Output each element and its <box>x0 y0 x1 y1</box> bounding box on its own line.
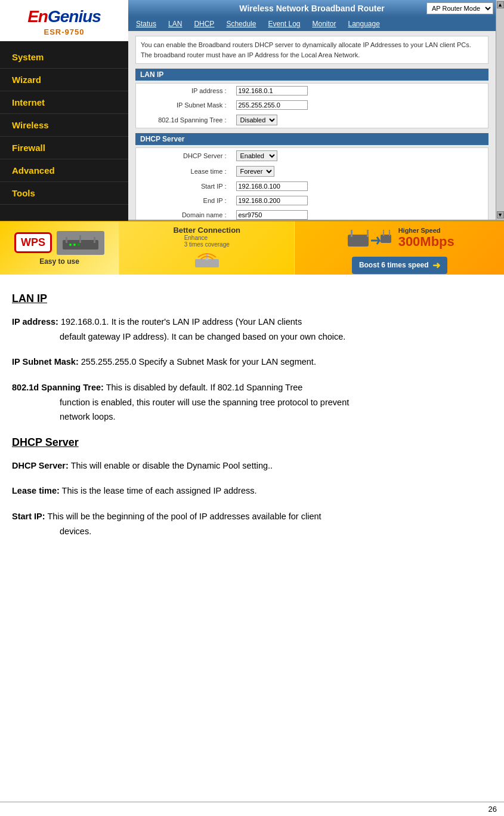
scrollbar-down[interactable]: ▼ <box>497 211 504 218</box>
lease-time-cell: Forever <box>231 164 488 179</box>
banner-wps-section: WPS Easy to use <box>0 221 119 275</box>
router-main: You can enable the Broadband routers DHC… <box>128 31 496 220</box>
router-nav-dhcp[interactable]: DHCP <box>188 18 219 30</box>
logo-genius: Genius <box>48 7 101 26</box>
svg-point-6 <box>78 244 80 246</box>
svg-rect-2 <box>94 237 95 243</box>
start-ip-doc-para: Start IP: This will be the beginning of … <box>12 509 480 538</box>
domain-name-cell <box>231 208 488 220</box>
sidebar-item-tools[interactable]: Tools <box>0 182 128 205</box>
router-nav-lan[interactable]: LAN <box>163 18 187 30</box>
router-info-box: You can enable the Broadband routers DHC… <box>135 36 488 64</box>
subnet-mask-term: IP Subnet Mask: <box>12 357 79 367</box>
dhcp-section-header: DHCP Server <box>135 133 488 145</box>
router-nav-eventlog[interactable]: Event Log <box>262 18 305 30</box>
spanning-tree-term: 802.1d Spanning Tree: <box>12 383 104 392</box>
domain-name-input[interactable] <box>236 210 308 220</box>
start-ip-label: Start IP : <box>136 179 231 193</box>
router-nav-language[interactable]: Language <box>343 18 385 30</box>
ip-address-label: IP address : <box>136 84 231 98</box>
lease-time-text: This is the lease time of each assigned … <box>62 486 257 495</box>
sidebar-item-system[interactable]: System <box>0 46 128 69</box>
spanning-tree-select[interactable]: Disabled Enabled <box>236 115 277 125</box>
router-device-image <box>57 231 104 255</box>
start-ip-input[interactable] <box>236 181 308 191</box>
banner-speed-section: Higher Speed 300Mbps Boost 6 times speed… <box>295 221 504 275</box>
router-right-panel: Wireless Network Broadband Router AP Rou… <box>128 0 504 220</box>
router-connection-svg <box>189 250 225 271</box>
subnet-mask-doc-para: IP Subnet Mask: 255.255.255.0 Specify a … <box>12 355 480 369</box>
lease-time-term: Lease time: <box>12 486 60 495</box>
ip-address-cell <box>231 84 488 98</box>
boost-arrow-icon: ➜ <box>432 260 440 271</box>
speed-boost-area: Higher Speed 300Mbps <box>345 223 454 254</box>
dhcp-server-doc-para: DHCP Server: This will enable or disable… <box>12 458 480 473</box>
ip-address-term: IP address: <box>12 317 61 327</box>
page-footer: 26 <box>0 802 504 816</box>
sidebar: EnGenius ESR-9750 System Wizard Internet… <box>0 0 128 221</box>
router-ui-panel: EnGenius ESR-9750 System Wizard Internet… <box>0 0 504 221</box>
subnet-mask-text: 255.255.255.0 Specify a Subnet Mask for … <box>81 357 316 367</box>
spanning-tree-indent1: function is enabled, this router will us… <box>60 395 480 410</box>
sidebar-item-wireless[interactable]: Wireless <box>0 114 128 137</box>
sidebar-item-internet[interactable]: Internet <box>0 91 128 114</box>
lease-time-doc-para: Lease time: This is the lease time of ea… <box>12 484 480 498</box>
table-row: IP address : <box>136 84 488 98</box>
table-row: End IP : <box>136 193 488 208</box>
sidebar-item-advanced[interactable]: Advanced <box>0 159 128 182</box>
table-row: 802.1d Spanning Tree : Disabled Enabled <box>136 112 488 128</box>
subnet-mask-input[interactable] <box>236 100 308 110</box>
start-ip-indent: devices. <box>60 524 480 539</box>
start-ip-term: Start IP: <box>12 512 45 521</box>
logo-model: ESR-9750 <box>44 27 85 36</box>
wps-area: WPS <box>14 231 104 255</box>
svg-rect-12 <box>381 235 391 243</box>
svg-rect-10 <box>351 230 353 237</box>
svg-point-5 <box>73 244 76 246</box>
page-number: 26 <box>488 805 497 814</box>
scrollbar-up[interactable]: ▲ <box>497 1 504 8</box>
svg-rect-3 <box>79 235 81 243</box>
ip-address-value: 192.168.0.1. <box>61 317 109 327</box>
dhcp-server-label: DHCP Server : <box>136 148 231 164</box>
router-content: Wireless Network Broadband Router AP Rou… <box>128 0 496 220</box>
router-illustration <box>189 250 225 271</box>
svg-rect-7 <box>195 259 219 267</box>
lan-ip-section-header: LAN IP <box>135 69 488 81</box>
svg-rect-1 <box>66 237 67 243</box>
router-header: Wireless Network Broadband Router AP Rou… <box>128 0 496 17</box>
dhcp-server-select[interactable]: Enabled Disabled <box>236 150 277 161</box>
router-svg <box>60 234 101 252</box>
lease-time-select[interactable]: Forever <box>236 166 274 177</box>
lan-ip-form: IP address : IP Subnet Mask : 802.1d Spa… <box>135 83 488 128</box>
sidebar-item-wizard[interactable]: Wizard <box>0 69 128 91</box>
router-nav-status[interactable]: Status <box>131 18 162 30</box>
domain-name-label: Domain name : <box>136 208 231 220</box>
easy-to-use-label: Easy to use <box>39 257 79 266</box>
router-scrollbar[interactable]: ▲ ▼ <box>496 0 504 220</box>
spanning-tree-cell: Disabled Enabled <box>231 112 488 128</box>
spanning-tree-text: This is disabled by default. If 802.1d S… <box>106 383 303 392</box>
dhcp-server-cell: Enabled Disabled <box>231 148 488 164</box>
subnet-mask-label: IP Subnet Mask : <box>136 98 231 112</box>
speed-value: 300Mbps <box>398 234 454 250</box>
router-nav-schedule[interactable]: Schedule <box>221 18 261 30</box>
ip-address-indent: default gateway IP address). It can be c… <box>60 330 480 344</box>
end-ip-input[interactable] <box>236 196 308 205</box>
ip-address-doc-para: IP address: 192.168.0.1. It is the route… <box>12 315 480 344</box>
start-ip-text: This will be the beginning of the pool o… <box>47 512 321 521</box>
sidebar-item-firewall[interactable]: Firewall <box>0 137 128 159</box>
dhcp-form: DHCP Server : Enabled Disabled Lease tim… <box>135 147 488 220</box>
router-mode-select[interactable]: AP Router Mode <box>426 2 493 14</box>
lan-ip-doc-title: LAN IP <box>12 292 480 305</box>
dhcp-doc-title: DHCP Server <box>12 436 480 449</box>
ip-address-input[interactable] <box>236 86 308 96</box>
banner-connection-section: Better Connection Enhance 3 times covera… <box>119 221 295 275</box>
router-nav-monitor[interactable]: Monitor <box>307 18 341 30</box>
svg-point-4 <box>69 244 72 246</box>
router-boost-image <box>345 223 392 254</box>
sidebar-nav: System Wizard Internet Wireless Firewall… <box>0 41 128 205</box>
svg-rect-13 <box>383 230 384 236</box>
lease-time-label: Lease time : <box>136 164 231 179</box>
start-ip-cell <box>231 179 488 193</box>
